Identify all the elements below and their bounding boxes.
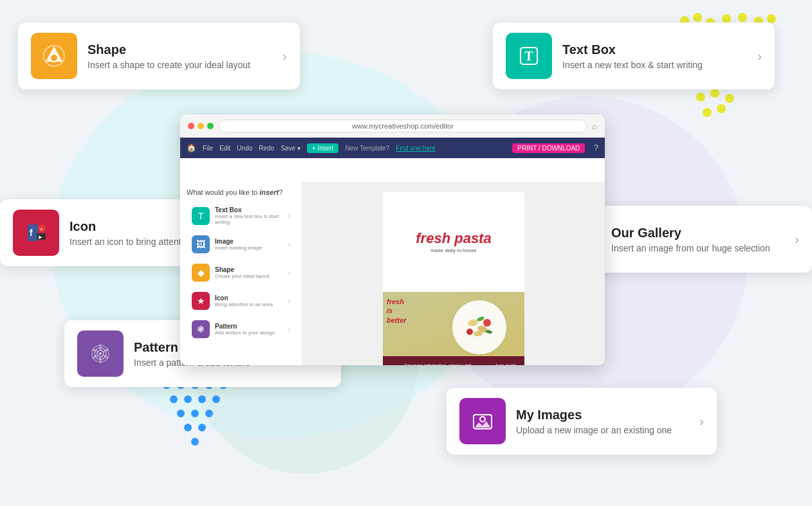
sidebar-pattern-text: Pattern Add texture to your design: [215, 323, 283, 336]
blue-dot: [198, 395, 206, 403]
myimages-card-title: My Images: [516, 408, 684, 422]
yellow-dot: [725, 94, 734, 103]
yellow-dot: [710, 89, 719, 98]
blue-dot: [205, 410, 213, 417]
poster-subtitle: made daily in-house: [430, 248, 477, 253]
sidebar-shape-icon: ◆: [192, 264, 210, 282]
sidebar-textbox-title: Text Box: [215, 206, 283, 213]
svg-point-31: [466, 329, 473, 335]
find-one-link[interactable]: Find one here: [396, 145, 436, 152]
gallery-card-text: Our Gallery Insert an image from our hug…: [611, 226, 779, 253]
sidebar-shape-title: Shape: [215, 266, 283, 273]
poster-brand: luca pasta bar: [493, 363, 519, 366]
myimages-card-desc: Upload a new image or an existing one: [516, 425, 684, 435]
sidebar-pattern-row[interactable]: ❋ Pattern Add texture to your design ›: [187, 316, 295, 342]
svg-text:f: f: [30, 228, 33, 238]
pattern-icon: [77, 330, 124, 377]
app-toolbar: 🏠 File Edit Undo Redo Save ▾ + Insert Ne…: [180, 138, 605, 158]
textbox-card-desc: Insert a new text box & start writing: [562, 60, 742, 70]
sidebar-shape-arrow: ›: [288, 269, 290, 276]
yellow-dot: [693, 13, 702, 22]
yellow-dot: [738, 13, 747, 22]
toolbar-save[interactable]: Save ▾: [281, 145, 300, 152]
sidebar-icon-icon: ★: [192, 292, 210, 310]
sidebar-icon-arrow: ›: [288, 298, 290, 305]
textbox-card-text: Text Box Insert a new text box & start w…: [562, 42, 742, 70]
sidebar-pattern-icon: ❋: [192, 320, 210, 338]
textbox-icon: T: [506, 33, 552, 79]
sidebar-image-arrow: ›: [288, 241, 290, 248]
url-bar[interactable]: www.mycreativeshop.com/editor: [219, 120, 587, 132]
sidebar-textbox-arrow: ›: [288, 212, 290, 219]
browser-search-icon: ⌕: [592, 121, 597, 131]
icon-card-icon: f + ▶: [13, 210, 59, 256]
blue-dot: [191, 438, 199, 446]
myimages-card[interactable]: My Images Upload a new image or an exist…: [447, 388, 717, 455]
svg-point-17: [99, 344, 102, 350]
yellow-dot: [696, 93, 705, 102]
sidebar-icon-row[interactable]: ★ Icon Bring attention to an area ›: [187, 288, 295, 314]
svg-point-30: [483, 319, 491, 327]
sidebar-pattern-desc: Add texture to your design: [215, 330, 283, 336]
shape-icon: [31, 33, 77, 79]
blue-dot: [170, 395, 178, 403]
browser-minimize-dot: [198, 123, 204, 129]
poster-title: fresh pasta: [416, 231, 491, 246]
browser-window-controls: [188, 123, 214, 129]
sidebar-image-text: Image Insert existing image: [215, 238, 283, 251]
insert-button[interactable]: + Insert: [307, 143, 339, 153]
yellow-dot: [717, 104, 726, 113]
myimages-card-text: My Images Upload a new image or an exist…: [516, 408, 684, 435]
sidebar-image-title: Image: [215, 238, 283, 245]
svg-point-16: [99, 352, 102, 355]
sidebar-shape-text: Shape Create your ideal layout: [215, 266, 283, 279]
sidebar-pattern-arrow: ›: [288, 326, 290, 333]
insert-panel-title: What would you like to insert?: [187, 188, 295, 196]
sidebar-textbox-row[interactable]: T Text Box Insert a new text box & start…: [187, 203, 295, 229]
sidebar-textbox-icon: T: [192, 207, 210, 225]
poster-tagline-line2: is: [387, 306, 407, 315]
sidebar-pattern-title: Pattern: [215, 323, 283, 330]
toolbar-redo[interactable]: Redo: [259, 145, 274, 152]
shape-card[interactable]: Shape Insert a shape to create your idea…: [18, 23, 300, 89]
yellow-dot: [767, 14, 776, 23]
blue-dot: [184, 424, 192, 431]
poster-tagline-line3: better: [387, 316, 407, 325]
sidebar-textbox-desc: Insert a new text box & start writing: [215, 213, 283, 225]
gallery-card-title: Our Gallery: [611, 226, 779, 240]
sidebar-icon-text: Icon Bring attention to an area: [215, 294, 283, 307]
svg-text:+: +: [40, 226, 43, 232]
textbox-card[interactable]: T Text Box Insert a new text box & start…: [493, 23, 775, 89]
poster-image: fresh is better: [383, 292, 524, 356]
blue-dot: [184, 395, 192, 403]
myimages-card-arrow: ›: [699, 414, 704, 429]
yellow-dot: [722, 14, 731, 23]
svg-point-24: [480, 417, 485, 422]
toolbar-file[interactable]: File: [203, 145, 213, 152]
browser-address-bar: www.mycreativeshop.com/editor ⌕: [180, 114, 605, 138]
browser-maximize-dot: [207, 123, 214, 129]
shape-card-title: Shape: [88, 42, 267, 57]
shape-card-arrow: ›: [282, 49, 287, 64]
textbox-card-arrow: ›: [757, 49, 762, 64]
toolbar-undo[interactable]: Undo: [237, 145, 252, 152]
sidebar-image-row[interactable]: 🖼 Image Insert existing image ›: [187, 231, 295, 257]
browser-content-area: What would you like to insert? T Text Bo…: [180, 182, 605, 365]
poster-bottom-text: For more information, please visit www.l…: [388, 363, 488, 366]
sidebar-icon-desc: Bring attention to an area: [215, 302, 283, 307]
sidebar-image-icon: 🖼: [192, 235, 210, 253]
blue-dot: [191, 410, 199, 417]
home-icon: 🏠: [187, 143, 196, 152]
poster-tagline: fresh is better: [387, 297, 407, 325]
poster-tagline-line1: fresh: [387, 297, 407, 306]
browser-mockup: www.mycreativeshop.com/editor ⌕ 🏠 File E…: [180, 114, 605, 365]
blue-dot: [177, 410, 185, 417]
poster-bottom-section: For more information, please visit www.l…: [383, 356, 524, 365]
print-button[interactable]: PRINT / DOWNLOAD: [512, 143, 585, 153]
sidebar-shape-row[interactable]: ◆ Shape Create your ideal layout ›: [187, 260, 295, 285]
help-icon: ?: [594, 143, 598, 152]
sidebar-image-desc: Insert existing image: [215, 245, 283, 251]
poster: fresh pasta made daily in-house: [383, 192, 524, 365]
toolbar-edit[interactable]: Edit: [219, 145, 230, 152]
gallery-card-desc: Insert an image from our huge selection: [611, 243, 779, 253]
